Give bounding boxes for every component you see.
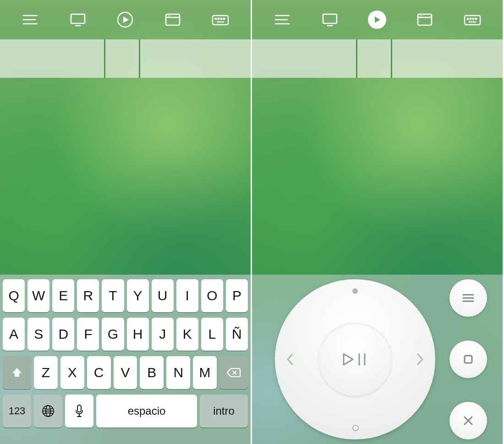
key-z[interactable]: Z xyxy=(34,356,58,389)
key-l[interactable]: L xyxy=(201,318,223,351)
svg-marker-30 xyxy=(375,16,380,23)
svg-point-14 xyxy=(221,18,222,20)
svg-rect-11 xyxy=(213,16,228,25)
content-area xyxy=(252,78,503,275)
play-icon[interactable] xyxy=(368,11,386,29)
key-a[interactable]: A xyxy=(3,318,25,351)
svg-point-9 xyxy=(168,16,169,16)
dial-left-chevron-icon[interactable] xyxy=(285,352,295,368)
remote-keyboard-screen: Q W E R T Y U I O P A S D F G H J K L Ñ xyxy=(0,0,252,444)
svg-point-37 xyxy=(470,18,471,20)
stop-button[interactable] xyxy=(449,341,487,378)
svg-marker-6 xyxy=(123,16,129,23)
dial-down-indicator[interactable] xyxy=(352,425,359,431)
segment-2[interactable] xyxy=(357,39,393,78)
svg-point-15 xyxy=(224,18,225,20)
top-toolbar xyxy=(0,0,251,39)
key-s[interactable]: S xyxy=(27,318,49,351)
remote-side-buttons xyxy=(449,279,488,439)
window-icon[interactable] xyxy=(164,11,182,29)
play-icon[interactable] xyxy=(116,11,134,29)
segment-bar xyxy=(0,39,251,78)
key-c[interactable]: C xyxy=(87,356,111,389)
key-p[interactable]: P xyxy=(226,279,248,312)
keyboard-icon[interactable] xyxy=(211,11,230,29)
svg-point-39 xyxy=(476,18,477,20)
svg-rect-22 xyxy=(77,405,81,412)
keyboard-icon[interactable] xyxy=(463,11,482,29)
segment-2[interactable] xyxy=(105,39,141,78)
svg-rect-3 xyxy=(71,14,85,23)
svg-point-10 xyxy=(170,16,170,16)
key-q[interactable]: Q xyxy=(3,279,25,312)
return-key[interactable]: intro xyxy=(200,395,248,428)
onscreen-keyboard: Q W E R T Y U I O P A S D F G H J K L Ñ xyxy=(0,275,251,444)
key-i[interactable]: I xyxy=(176,279,198,312)
key-w[interactable]: W xyxy=(27,279,49,312)
key-o[interactable]: O xyxy=(201,279,223,312)
key-v[interactable]: V xyxy=(114,356,137,389)
menu-icon[interactable] xyxy=(21,11,39,29)
direction-dial xyxy=(275,279,435,439)
dictation-key[interactable] xyxy=(65,395,93,428)
key-t[interactable]: T xyxy=(102,279,124,312)
svg-point-36 xyxy=(467,18,469,20)
space-key[interactable]: espacio xyxy=(96,395,197,428)
play-pause-button[interactable] xyxy=(318,323,392,396)
key-m[interactable]: M xyxy=(193,356,217,389)
svg-marker-41 xyxy=(344,354,353,365)
svg-point-33 xyxy=(420,16,421,16)
key-x[interactable]: X xyxy=(60,356,84,389)
key-j[interactable]: J xyxy=(152,318,174,351)
segment-bar xyxy=(252,39,503,78)
remote-control-screen xyxy=(252,0,504,444)
key-y[interactable]: Y xyxy=(127,279,149,312)
play-icon-active xyxy=(368,11,386,29)
segment-3[interactable] xyxy=(392,39,503,78)
keyboard-row-1: Q W E R T Y U I O P xyxy=(1,279,249,312)
svg-rect-35 xyxy=(465,16,480,25)
segment-3[interactable] xyxy=(140,39,251,78)
key-g[interactable]: G xyxy=(102,318,124,351)
keyboard-row-4: 123 espacio intro xyxy=(1,395,249,428)
backspace-key[interactable] xyxy=(219,356,248,389)
top-toolbar xyxy=(252,0,503,39)
key-enye[interactable]: Ñ xyxy=(226,318,248,351)
segment-1[interactable] xyxy=(0,39,105,78)
key-d[interactable]: D xyxy=(52,318,74,351)
menu-icon[interactable] xyxy=(273,11,291,29)
svg-point-38 xyxy=(473,18,474,20)
key-n[interactable]: N xyxy=(166,356,190,389)
monitor-icon[interactable] xyxy=(69,11,87,29)
svg-point-34 xyxy=(422,16,422,16)
key-e[interactable]: E xyxy=(52,279,74,312)
key-r[interactable]: R xyxy=(77,279,99,312)
dial-up-indicator[interactable] xyxy=(352,288,358,294)
key-u[interactable]: U xyxy=(152,279,174,312)
svg-point-12 xyxy=(215,18,217,20)
svg-rect-28 xyxy=(323,14,337,23)
dial-right-chevron-icon[interactable] xyxy=(415,352,425,368)
remote-pad xyxy=(252,275,503,444)
content-area xyxy=(0,78,251,275)
shift-key[interactable] xyxy=(3,356,31,389)
key-b[interactable]: B xyxy=(140,356,164,389)
svg-point-13 xyxy=(218,18,219,20)
key-h[interactable]: H xyxy=(127,318,149,351)
key-f[interactable]: F xyxy=(77,318,99,351)
key-k[interactable]: K xyxy=(176,318,198,351)
monitor-icon[interactable] xyxy=(321,11,339,29)
close-button[interactable] xyxy=(449,402,487,439)
keyboard-row-2: A S D F G H J K L Ñ xyxy=(1,318,249,351)
svg-rect-47 xyxy=(465,356,472,363)
window-icon[interactable] xyxy=(416,11,434,29)
list-button[interactable] xyxy=(449,279,487,317)
segment-1[interactable] xyxy=(252,39,357,78)
globe-key[interactable] xyxy=(34,395,62,428)
numeric-key[interactable]: 123 xyxy=(3,395,31,428)
keyboard-row-3: Z X C V B N M xyxy=(1,356,249,389)
